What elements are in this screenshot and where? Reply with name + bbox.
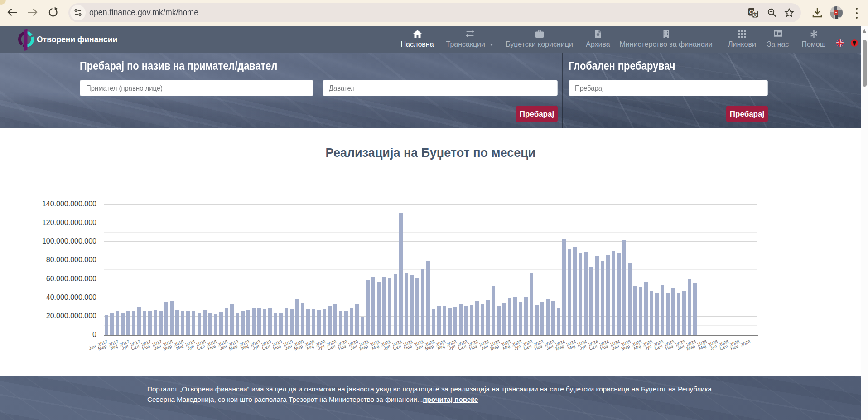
svg-text:文: 文 bbox=[753, 12, 758, 17]
